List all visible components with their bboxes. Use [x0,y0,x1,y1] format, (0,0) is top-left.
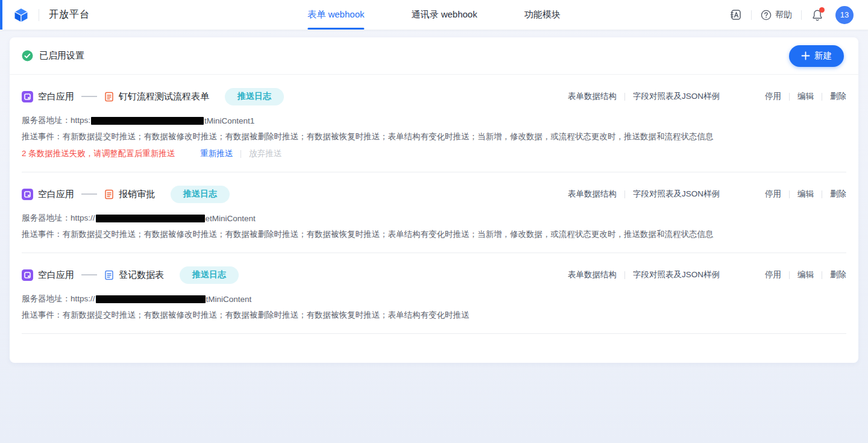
new-button-label: 新建 [814,50,832,61]
entry-title: 空白应用 登记数据表 推送日志 [22,266,239,284]
tab-function-modules[interactable]: 功能模块 [524,0,561,30]
webhook-entry: 空白应用 报销审批 推送日志 表单数据结构 字段对照表及JSON样例 停用 [22,172,846,253]
tab-label: 功能模块 [524,9,561,20]
tab-contacts-webhook[interactable]: 通讯录 webhook [412,0,477,30]
blank-app-icon [22,91,33,102]
connector-line [81,96,97,97]
push-log-button[interactable]: 推送日志 [180,266,239,284]
tab-form-webhook[interactable]: 表单 webhook [307,0,364,30]
form-data-structure-link[interactable]: 表单数据结构 [568,189,617,200]
header-divider [801,10,802,20]
page-title: 开放平台 [49,8,90,21]
user-avatar[interactable]: 13 [835,6,854,24]
entry-links: 表单数据结构 字段对照表及JSON样例 停用 编辑 删除 [568,269,846,280]
divider [624,93,625,101]
server-address-label: 服务器地址：https:// [22,294,95,304]
disable-link[interactable]: 停用 [765,91,781,102]
push-error-line: 2 条数据推送失败，请调整配置后重新推送 重新推送 放弃推送 [22,148,846,159]
webhook-entry-list: 空白应用 钉钉流程测试流程表单 推送日志 表单数据结构 字段对照表及JSON样例… [10,75,858,334]
field-mapping-json-link[interactable]: 字段对照表及JSON样例 [633,189,720,200]
webhook-entry: 空白应用 钉钉流程测试流程表单 推送日志 表单数据结构 字段对照表及JSON样例… [22,75,846,172]
abandon-push-link[interactable]: 放弃推送 [249,148,281,159]
entry-actions: 停用 编辑 删除 [765,91,846,102]
sheet-doc-icon [104,270,114,280]
divider [241,150,241,158]
header-right-group: 帮助 13 [729,6,854,24]
field-mapping-json-link[interactable]: 字段对照表及JSON样例 [633,269,720,280]
field-mapping-json-link[interactable]: 字段对照表及JSON样例 [633,91,720,102]
server-address-line: 服务器地址：https://etMiniContent [22,213,846,224]
header-accent-strip [0,0,2,30]
error-text: 2 条数据推送失败，请调整配置后重新推送 [22,148,175,159]
form-name: 报销审批 [119,189,155,200]
edit-link[interactable]: 编辑 [797,189,814,200]
form-data-structure-link[interactable]: 表单数据结构 [568,91,617,102]
webhook-settings-panel: 已启用设置 新建 空白应用 [10,37,858,363]
section-title: 已启用设置 [39,50,84,61]
push-log-button[interactable]: 推送日志 [225,88,284,105]
cube-logo-icon[interactable] [13,7,29,23]
push-events-line: 推送事件：有新数据提交时推送；有数据被修改时推送；有数据被删除时推送；有数据被恢… [22,229,846,240]
divider [822,271,822,279]
plus-icon [801,51,810,60]
app-name: 空白应用 [38,91,74,102]
form-doc-icon [104,92,114,102]
server-address-label: 服务器地址：https: [22,115,90,126]
disable-link[interactable]: 停用 [765,189,781,200]
server-address-suffix: tMiniContent1 [204,116,254,125]
server-address-label: 服务器地址：https:// [22,213,95,224]
divider [822,190,822,198]
delete-link[interactable]: 删除 [830,269,846,280]
header-divider [751,10,752,20]
new-webhook-button[interactable]: 新建 [789,45,844,67]
divider [624,190,625,198]
notification-bell-icon[interactable] [811,8,824,22]
form-name: 登记数据表 [119,269,164,281]
translate-icon[interactable] [729,8,742,21]
push-log-button[interactable]: 推送日志 [171,186,230,203]
panel-header: 已启用设置 新建 [10,37,858,75]
tab-label: 表单 webhook [307,9,364,20]
blank-app-icon [22,189,33,200]
connector-line [81,193,97,195]
active-tab-underline [307,28,364,30]
divider [789,93,790,101]
help-button[interactable]: 帮助 [761,10,792,20]
server-address-suffix: tMiniContent [206,295,252,304]
retry-push-link[interactable]: 重新推送 [200,148,233,159]
disable-link[interactable]: 停用 [765,269,781,280]
entry-actions: 停用 编辑 删除 [765,189,846,200]
entry-links: 表单数据结构 字段对照表及JSON样例 停用 编辑 删除 [568,91,846,102]
enabled-settings-title: 已启用设置 [22,50,84,61]
help-label: 帮助 [775,10,792,20]
divider [624,271,625,279]
redacted-url-bar [96,295,206,303]
header-divider [39,9,39,21]
entry-title: 空白应用 报销审批 推送日志 [22,186,230,203]
delete-link[interactable]: 删除 [830,189,846,200]
divider [789,271,790,279]
server-address-line: 服务器地址：https://tMiniContent [22,294,846,304]
help-icon [761,10,772,20]
app-name: 空白应用 [38,269,74,281]
redacted-url-bar [96,215,205,222]
notification-dot [819,7,825,13]
push-events-line: 推送事件：有新数据提交时推送；有数据被修改时推送；有数据被删除时推送；有数据被恢… [22,131,846,142]
delete-link[interactable]: 删除 [830,91,846,102]
form-data-structure-link[interactable]: 表单数据结构 [568,269,617,280]
entry-actions: 停用 编辑 删除 [765,269,846,280]
entry-links: 表单数据结构 字段对照表及JSON样例 停用 编辑 删除 [568,189,846,200]
edit-link[interactable]: 编辑 [797,269,814,280]
connector-line [81,274,97,275]
webhook-entry: 空白应用 登记数据表 推送日志 表单数据结构 字段对照表及JSON样例 停用 [22,253,846,334]
server-address-line: 服务器地址：https:tMiniContent1 [22,115,846,126]
top-header: 开放平台 表单 webhook 通讯录 webhook 功能模块 [0,0,868,30]
entry-title: 空白应用 钉钉流程测试流程表单 推送日志 [22,88,284,105]
divider [822,93,822,101]
success-check-icon [22,50,33,61]
push-events-line: 推送事件：有新数据提交时推送；有数据被修改时推送；有数据被删除时推送；有数据被恢… [22,310,846,321]
tab-label: 通讯录 webhook [412,9,477,20]
tab-bar: 表单 webhook 通讯录 webhook 功能模块 [307,0,560,30]
edit-link[interactable]: 编辑 [797,91,814,102]
server-address-suffix: etMiniContent [206,214,256,223]
